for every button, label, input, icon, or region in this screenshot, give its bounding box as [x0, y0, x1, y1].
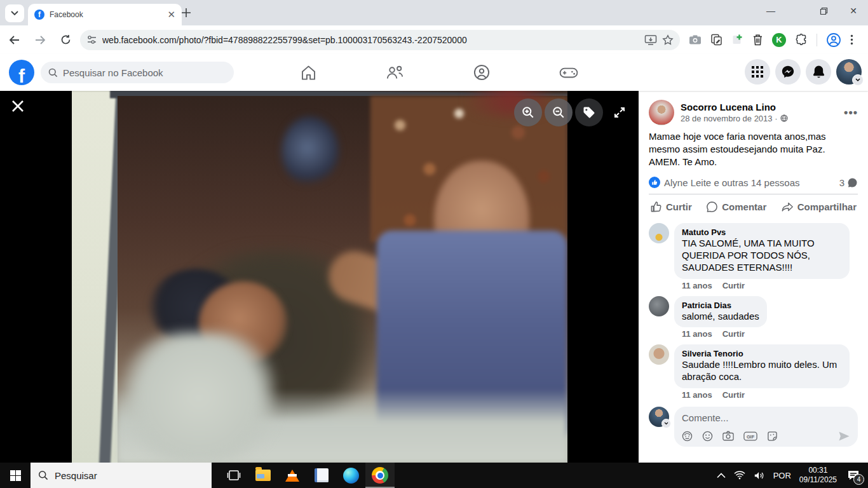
camera-icon[interactable] — [722, 431, 734, 441]
new-tab-button[interactable] — [180, 7, 192, 18]
volume-icon[interactable] — [754, 471, 765, 480]
address-bar[interactable]: web.facebook.com/photo/?fbid=47889882225… — [80, 30, 680, 50]
post-options-button[interactable]: ••• — [844, 106, 858, 119]
window-minimize-button[interactable]: — — [756, 0, 785, 22]
post-date[interactable]: 28 de novembro de 2013 · — [681, 114, 788, 123]
tab-title: Facebook — [50, 10, 162, 19]
forward-button[interactable] — [29, 29, 51, 51]
comment-like-link[interactable]: Curtir — [722, 390, 745, 400]
site-settings-icon[interactable] — [86, 34, 97, 45]
sticker-icon[interactable] — [767, 431, 778, 442]
close-photo-button[interactable] — [11, 99, 26, 114]
home-icon — [300, 64, 317, 81]
comment-author-avatar[interactable] — [649, 344, 669, 365]
post-text: Mamae hoje voce faria noventa anos,mas m… — [649, 130, 858, 168]
zoom-out-button[interactable] — [545, 98, 573, 126]
comment-age[interactable]: 11 anos — [682, 329, 712, 339]
wifi-icon[interactable] — [734, 471, 745, 480]
taskbar-search-input[interactable]: Pesquisar — [31, 463, 212, 488]
like-button[interactable]: Curtir — [650, 201, 692, 213]
comment-bubble[interactable]: Silveria Tenorio Saudade !!!!Lembro muit… — [674, 344, 850, 388]
fullscreen-button[interactable] — [606, 98, 634, 126]
language-indicator[interactable]: POR — [773, 471, 791, 480]
comment-age[interactable]: 11 anos — [682, 281, 712, 290]
gif-icon[interactable]: GIF — [743, 431, 757, 441]
post-author-avatar[interactable] — [649, 100, 674, 125]
like-reaction-icon — [649, 177, 660, 188]
zoom-in-button[interactable] — [514, 98, 542, 126]
emoji-icon[interactable] — [702, 431, 713, 442]
profile-icon[interactable] — [826, 32, 841, 48]
share-button[interactable]: Compartilhar — [781, 201, 857, 213]
window-close-button[interactable]: ✕ — [839, 0, 868, 22]
chrome-button[interactable] — [365, 463, 395, 488]
camera-extension-icon[interactable] — [689, 34, 702, 45]
comment-author-avatar[interactable] — [649, 296, 669, 316]
tab-close-icon[interactable]: ✕ — [167, 9, 175, 20]
photo[interactable] — [72, 91, 567, 463]
post-header: Socorro Lucena Lino 28 de novembro de 20… — [649, 100, 858, 125]
nav-groups-tab[interactable] — [447, 56, 517, 89]
reactions-row: Alyne Leite e outras 14 pessoas 3 — [649, 177, 858, 188]
comment-author-name[interactable]: Silveria Tenorio — [682, 349, 842, 358]
comment-bubble[interactable]: Patricia Dias salomé, saudades — [674, 296, 767, 328]
note-plus-extension-icon[interactable] — [731, 34, 743, 46]
tab-search-button[interactable] — [5, 4, 24, 22]
browser-tab-facebook[interactable]: f Facebook ✕ — [28, 4, 182, 25]
bookmark-star-icon[interactable] — [662, 34, 674, 46]
post-author-name[interactable]: Socorro Lucena Lino — [681, 102, 788, 114]
reload-button[interactable] — [55, 29, 76, 51]
comment-input[interactable]: Comente... GIF — [674, 407, 858, 447]
trash-extension-icon[interactable] — [752, 34, 763, 46]
send-comment-button[interactable] — [838, 431, 850, 442]
nav-friends-tab[interactable] — [360, 56, 430, 89]
window-restore-button[interactable] — [809, 0, 838, 22]
comment-age[interactable]: 11 anos — [682, 390, 712, 400]
comment-like-link[interactable]: Curtir — [722, 329, 745, 339]
taskbar-clock[interactable]: 00:31 09/11/2025 — [799, 466, 837, 485]
file-explorer-icon — [255, 470, 271, 481]
comment-bubble-icon — [847, 177, 858, 188]
url-text[interactable]: web.facebook.com/photo/?fbid=47889882225… — [102, 35, 639, 45]
nav-home-tab[interactable] — [273, 56, 343, 89]
photo-texture-layer — [281, 116, 339, 186]
file-explorer-button[interactable] — [248, 463, 278, 488]
comments-count[interactable]: 3 — [839, 177, 858, 188]
avatar-sticker-icon[interactable] — [682, 431, 693, 442]
comment-like-link[interactable]: Curtir — [722, 281, 745, 290]
vlc-button[interactable] — [278, 463, 307, 488]
comment-author-name[interactable]: Matuto Pvs — [682, 227, 842, 237]
task-view-button[interactable] — [219, 463, 248, 488]
comment-text: TIA SALOMÉ, UMA TIA MUITO QUERIDA POR TO… — [682, 238, 842, 273]
facebook-search-input[interactable]: Pesquisar no Facebook — [41, 62, 234, 83]
notepad-icon — [315, 468, 329, 482]
clock-time: 00:31 — [799, 466, 837, 475]
messenger-button[interactable] — [775, 59, 801, 85]
reactions-text[interactable]: Alyne Leite e outras 14 pessoas — [664, 177, 799, 188]
start-button[interactable] — [0, 463, 31, 488]
globe-icon — [780, 114, 788, 122]
tag-photo-button[interactable] — [575, 98, 603, 126]
notification-center-button[interactable]: 4 — [845, 467, 862, 484]
kaspersky-extension-icon[interactable]: K — [772, 33, 786, 47]
zoom-out-icon — [552, 106, 565, 119]
comment-bubble[interactable]: Matuto Pvs TIA SALOMÉ, UMA TIA MUITO QUE… — [674, 223, 850, 278]
extensions-puzzle-icon[interactable] — [795, 34, 808, 46]
comment-button[interactable]: Comentar — [706, 201, 766, 213]
notepad-button[interactable] — [307, 463, 336, 488]
install-app-icon[interactable] — [644, 34, 657, 46]
facebook-search-placeholder: Pesquisar no Facebook — [63, 67, 163, 78]
copy-edit-extension-icon[interactable] — [710, 34, 722, 46]
vlc-icon — [285, 470, 299, 482]
back-button[interactable] — [4, 29, 25, 51]
profile-avatar[interactable] — [836, 59, 862, 85]
comment-author-name[interactable]: Patricia Dias — [682, 301, 759, 310]
tray-expand-icon[interactable] — [717, 473, 726, 478]
browser-menu-icon[interactable] — [850, 34, 853, 45]
comment-author-avatar[interactable] — [649, 223, 669, 243]
apps-menu-button[interactable] — [745, 59, 770, 85]
facebook-logo[interactable]: f — [9, 60, 34, 85]
notifications-button[interactable] — [806, 59, 831, 85]
edge-button[interactable] — [336, 463, 365, 488]
nav-gaming-tab[interactable] — [534, 56, 604, 89]
